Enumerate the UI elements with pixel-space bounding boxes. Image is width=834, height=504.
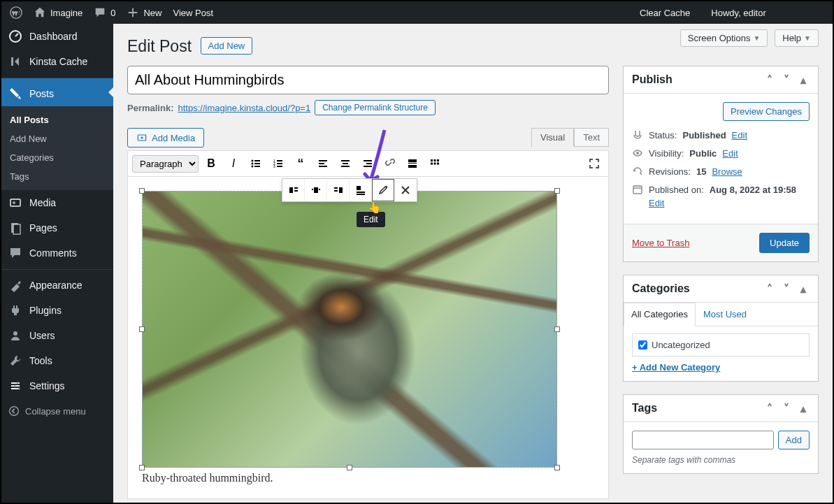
menu-tools[interactable]: Tools (1, 348, 113, 373)
toolbar-toggle-button[interactable] (425, 154, 445, 173)
svg-rect-33 (364, 166, 372, 167)
edit-status-link[interactable]: Edit (732, 130, 747, 141)
permalink-row: Permalink: https://imagine.kinsta.cloud/… (127, 100, 609, 115)
most-used-tab[interactable]: Most Used (696, 303, 754, 326)
wp-logo[interactable] (4, 1, 28, 24)
move-down-icon[interactable]: ˅ (780, 73, 793, 86)
format-select[interactable]: Paragraph (132, 155, 199, 173)
menu-media[interactable]: Media (1, 190, 113, 215)
browse-revisions-link[interactable]: Browse (712, 166, 742, 177)
collapse-menu[interactable]: Collapse menu (1, 398, 113, 424)
svg-rect-54 (357, 194, 365, 195)
comments-bubble[interactable]: 0 (88, 1, 121, 24)
svg-rect-29 (343, 163, 348, 164)
menu-kinsta-cache[interactable]: Kinsta Cache (1, 49, 113, 74)
move-up-icon[interactable]: ˄ (763, 282, 776, 295)
resize-handle[interactable] (554, 326, 560, 332)
menu-pages[interactable]: Pages (1, 215, 113, 240)
align-left-button[interactable] (313, 154, 333, 173)
tags-title: Tags (632, 402, 657, 415)
add-new-category-link[interactable]: + Add New Category (632, 362, 720, 373)
update-button[interactable]: Update (759, 233, 810, 253)
img-align-right-button[interactable] (327, 179, 350, 201)
tags-input[interactable] (632, 431, 774, 449)
resize-handle[interactable] (554, 465, 560, 470)
resize-handle[interactable] (139, 465, 145, 470)
svg-point-55 (636, 152, 639, 154)
img-align-none-button[interactable] (350, 179, 372, 201)
submenu-add-new[interactable]: Add New (1, 129, 113, 148)
svg-rect-35 (408, 163, 417, 164)
img-edit-button[interactable] (372, 179, 394, 201)
italic-button[interactable]: I (224, 154, 243, 173)
move-down-icon[interactable]: ˅ (780, 402, 793, 415)
svg-rect-48 (319, 189, 320, 190)
category-item[interactable]: Uncategorized (638, 340, 803, 350)
number-list-button[interactable]: 123 (268, 154, 288, 173)
menu-comments[interactable]: Comments (1, 240, 113, 266)
toggle-icon[interactable]: ▴ (797, 282, 810, 295)
view-post[interactable]: View Post (168, 1, 220, 24)
bold-button[interactable]: B (201, 154, 221, 173)
cursor-icon: 👆 (368, 201, 382, 214)
svg-rect-41 (434, 163, 436, 165)
menu-settings[interactable]: Settings (1, 373, 113, 398)
img-align-left-button[interactable] (282, 179, 305, 201)
site-name[interactable]: Imagine (28, 1, 88, 24)
resize-handle[interactable] (347, 465, 352, 470)
new-content[interactable]: New (121, 1, 167, 24)
img-remove-button[interactable] (394, 179, 417, 201)
howdy-account[interactable]: Howdy, editor (705, 1, 772, 24)
add-media-button[interactable]: Add Media (127, 128, 204, 147)
post-title-input[interactable] (127, 66, 609, 94)
resize-handle[interactable] (554, 188, 560, 194)
screen-options-button[interactable]: Screen Options▼ (680, 29, 768, 47)
add-tag-button[interactable]: Add (778, 431, 810, 449)
visual-tab[interactable]: Visual (531, 128, 574, 147)
help-button[interactable]: Help▼ (775, 29, 819, 47)
text-tab[interactable]: Text (574, 128, 609, 147)
move-up-icon[interactable]: ˄ (763, 73, 776, 86)
uncategorized-checkbox[interactable] (638, 340, 647, 350)
submenu-all-posts[interactable]: All Posts (1, 110, 113, 129)
fullscreen-button[interactable] (584, 154, 604, 173)
align-center-button[interactable] (336, 154, 355, 173)
svg-rect-36 (408, 165, 417, 168)
bullet-list-button[interactable] (246, 154, 266, 173)
move-down-icon[interactable]: ˅ (780, 282, 793, 295)
menu-posts[interactable]: Posts (1, 78, 113, 106)
editor-body[interactable]: Edit 👆 Ruby-throated hummingbird. (127, 177, 609, 499)
edit-visibility-link[interactable]: Edit (722, 148, 738, 159)
post-image[interactable] (142, 191, 557, 468)
all-categories-tab[interactable]: All Categories (624, 303, 696, 326)
svg-rect-39 (437, 159, 439, 161)
image-caption[interactable]: Ruby-throated hummingbird. (142, 472, 594, 484)
submenu-categories[interactable]: Categories (1, 148, 113, 167)
readmore-button[interactable] (403, 154, 422, 173)
toggle-icon[interactable]: ▴ (797, 73, 810, 86)
submenu-tags[interactable]: Tags (1, 167, 113, 186)
add-new-button[interactable]: Add New (201, 37, 253, 55)
move-to-trash-link[interactable]: Move to Trash (632, 238, 689, 248)
link-button[interactable] (380, 154, 400, 173)
svg-point-9 (18, 388, 20, 390)
quote-button[interactable]: “ (291, 154, 310, 173)
menu-plugins[interactable]: Plugins (1, 298, 113, 323)
change-permalink-button[interactable]: Change Permalink Structure (315, 100, 436, 115)
align-right-button[interactable] (358, 154, 378, 173)
preview-changes-button[interactable]: Preview Changes (723, 102, 810, 121)
move-up-icon[interactable]: ˄ (763, 402, 776, 415)
clear-cache[interactable]: Clear Cache (634, 1, 696, 24)
admin-bar: Imagine 0 New View Post Clear Cache Howd… (1, 1, 833, 24)
selected-image[interactable]: Edit 👆 (142, 191, 557, 468)
menu-appearance[interactable]: Appearance (1, 269, 113, 298)
edit-date-link[interactable]: Edit (649, 198, 664, 208)
img-align-center-button[interactable] (305, 179, 327, 201)
resize-handle[interactable] (139, 188, 145, 194)
menu-dashboard[interactable]: Dashboard (1, 24, 113, 49)
toggle-icon[interactable]: ▴ (797, 402, 810, 415)
menu-users[interactable]: Users (1, 323, 113, 348)
resize-handle[interactable] (139, 326, 145, 332)
svg-rect-53 (357, 192, 365, 193)
permalink-url[interactable]: https://imagine.kinsta.cloud/?p=1 (178, 103, 310, 113)
